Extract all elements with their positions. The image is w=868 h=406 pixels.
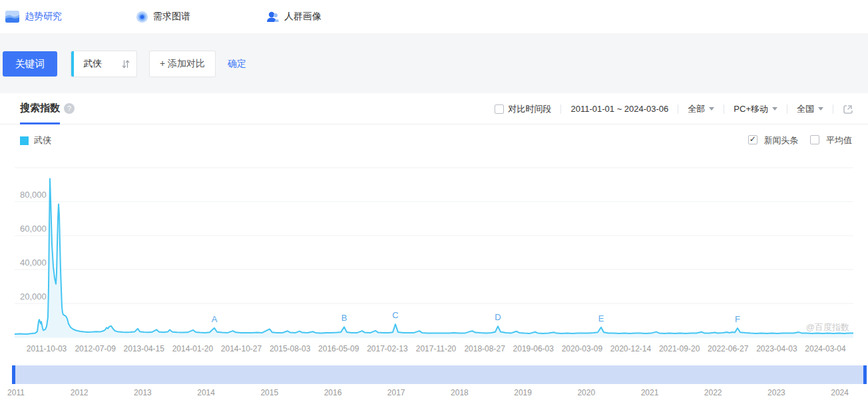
x-axis-tick-label: 2013-04-15 [124, 344, 165, 353]
overlay-toggles: 新闻头条 平均值 [748, 134, 852, 146]
series-color-swatch [20, 136, 29, 145]
year-label-2011: 2011 [7, 388, 25, 397]
average-label: 平均值 [826, 135, 852, 145]
x-axis-tick-label: 2014-01-20 [172, 344, 214, 353]
news-marker-A: A [212, 314, 218, 324]
confirm-link[interactable]: 确定 [228, 58, 246, 70]
keyword-chip[interactable]: 武侠 [71, 51, 137, 77]
nav-item-trend-research[interactable]: 趋势研究 [5, 0, 62, 33]
series-line [15, 179, 853, 334]
sort-toggle-icon[interactable] [122, 60, 130, 69]
chevron-down-icon [772, 107, 777, 110]
panel-tab-row: 搜索指数 ? 对比时间段 2011-01-01 ~ 2024-03-06 全部 … [0, 93, 868, 124]
y-axis-tick-label: 80,000 [20, 190, 47, 200]
divider [678, 104, 678, 114]
year-label-2022: 2022 [704, 388, 722, 397]
x-axis-tick-label: 2015-08-03 [270, 344, 311, 353]
year-label-2021: 2021 [641, 388, 659, 397]
y-axis-tick-label: 20,000 [20, 292, 47, 302]
news-headlines-toggle[interactable]: 新闻头条 [748, 134, 799, 146]
news-headlines-checkbox[interactable] [748, 135, 758, 144]
keyword-button[interactable]: 关键词 [3, 51, 57, 77]
year-label-2018: 2018 [451, 388, 469, 397]
search-index-panel: 搜索指数 ? 对比时间段 2011-01-01 ~ 2024-03-06 全部 … [0, 93, 868, 406]
news-marker-D: D [495, 312, 501, 322]
nav-item-label[interactable]: 人群画像 [284, 11, 322, 23]
year-label-2016: 2016 [324, 388, 342, 397]
x-axis-tick-label: 2017-11-20 [416, 344, 457, 353]
region-dropdown-value: 全国 [797, 103, 814, 115]
timeline-year-labels: 2011201220132014201520162017201820192020… [12, 388, 867, 399]
nav-item-label[interactable]: 趋势研究 [25, 11, 62, 23]
nav-item-label[interactable]: 需求图谱 [153, 11, 190, 23]
series-name: 武侠 [34, 134, 51, 146]
category-dropdown[interactable]: 全部 [688, 103, 714, 115]
average-checkbox[interactable] [810, 135, 819, 144]
timeline-zoom-slider[interactable] [12, 365, 867, 384]
chart-controls: 对比时间段 2011-01-01 ~ 2024-03-06 全部 PC+移动 全… [495, 93, 853, 124]
x-axis-tick-label: 2020-12-14 [610, 344, 652, 353]
x-axis-tick-label: 2021-09-20 [659, 344, 700, 353]
news-marker-C: C [392, 310, 398, 320]
x-axis-tick-label: 2020-03-09 [562, 344, 603, 353]
news-headlines-label: 新闻头条 [763, 135, 798, 145]
x-axis-tick-label: 2016-05-09 [318, 344, 359, 353]
demand-map-icon [136, 11, 148, 23]
news-marker-B: B [341, 313, 347, 323]
year-label-2015: 2015 [260, 388, 278, 397]
chevron-down-icon [818, 107, 823, 110]
x-axis-tick-label: 2011-10-03 [27, 344, 67, 353]
trend-chart-icon [5, 11, 19, 23]
x-axis-tick-label: 2017-02-13 [367, 344, 408, 353]
series-area-fill [15, 179, 853, 337]
average-toggle[interactable]: 平均值 [810, 134, 852, 146]
region-dropdown[interactable]: 全国 [797, 103, 823, 115]
year-label-2013: 2013 [134, 388, 152, 397]
keyword-color-accent [71, 51, 74, 77]
trend-chart[interactable]: 100,00080,00060,00040,00020,000ABCDEF201… [15, 165, 853, 359]
divider [560, 104, 561, 114]
divider [724, 104, 724, 114]
x-axis-tick-label: 2023-04-03 [756, 344, 797, 353]
year-label-2017: 2017 [387, 388, 405, 397]
y-axis-tick-label: 100,000 [20, 165, 51, 166]
slider-handle-left[interactable] [12, 365, 15, 384]
top-navigation: 趋势研究 需求图谱 人群画像 [0, 0, 868, 33]
add-compare-button[interactable]: + 添加对比 [149, 51, 216, 77]
y-axis-tick-label: 60,000 [20, 224, 47, 234]
compare-period-label: 对比时间段 [508, 103, 551, 115]
x-axis-tick-label: 2019-06-03 [513, 344, 554, 353]
category-dropdown-value: 全部 [688, 103, 705, 115]
year-label-2020: 2020 [577, 388, 595, 397]
year-label-2019: 2019 [514, 388, 532, 397]
x-axis-tick-label: 2014-10-27 [221, 344, 262, 353]
external-link-icon[interactable] [843, 104, 853, 114]
x-axis-tick-label: 2018-08-27 [464, 344, 505, 353]
slider-handle-right[interactable] [863, 365, 867, 384]
divider [833, 104, 833, 114]
keyword-value: 武侠 [83, 58, 122, 70]
baidu-index-watermark: @百度指数 [806, 321, 849, 333]
year-label-2014: 2014 [197, 388, 215, 397]
device-dropdown-value: PC+移动 [734, 103, 768, 115]
y-axis-tick-label: 40,000 [20, 258, 47, 268]
x-axis-tick-label: 2022-06-27 [708, 344, 749, 353]
year-label-2024: 2024 [831, 388, 849, 397]
divider [787, 104, 787, 114]
date-range[interactable]: 2011-01-01 ~ 2024-03-06 [570, 104, 668, 114]
device-dropdown[interactable]: PC+移动 [734, 103, 777, 115]
tab-search-index[interactable]: 搜索指数 [20, 93, 60, 124]
news-marker-F: F [735, 314, 740, 324]
x-axis-tick-label: 2024-03-04 [805, 344, 846, 353]
nav-item-demand-map[interactable]: 需求图谱 [136, 0, 190, 33]
keyword-row: 关键词 武侠 + 添加对比 确定 [0, 51, 246, 77]
year-label-2023: 2023 [767, 388, 785, 397]
news-marker-E: E [598, 313, 604, 323]
nav-item-audience-portrait[interactable]: 人群画像 [266, 0, 322, 33]
x-axis-tick-label: 2012-07-09 [75, 344, 116, 353]
audience-icon [266, 11, 279, 23]
trend-chart-area[interactable]: 100,00080,00060,00040,00020,000ABCDEF201… [0, 165, 868, 365]
compare-period-checkbox[interactable] [495, 104, 504, 114]
help-icon[interactable]: ? [64, 103, 75, 114]
year-label-2012: 2012 [71, 388, 89, 397]
